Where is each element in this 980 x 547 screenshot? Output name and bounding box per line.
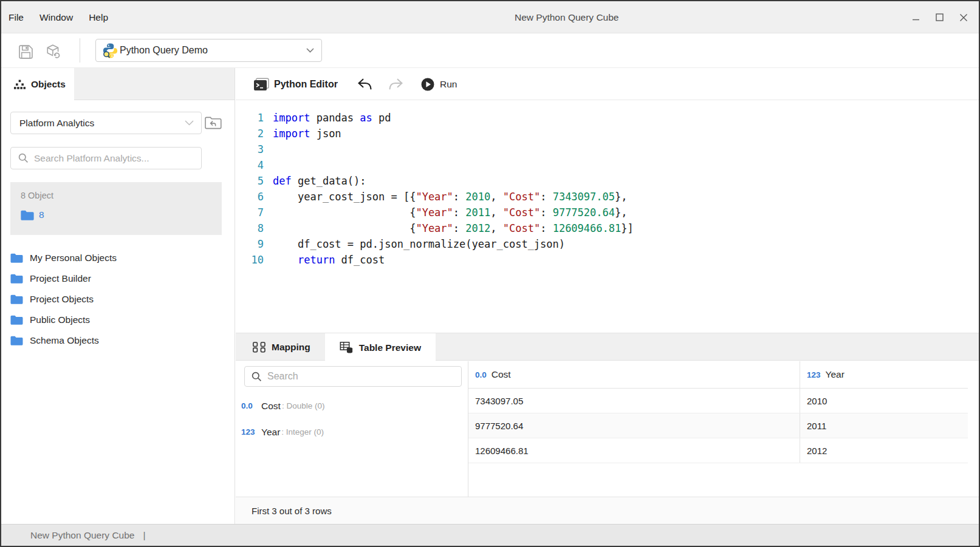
object-count-label: 8 Object (21, 191, 53, 200)
fields-panel: 0.0Cost: Double (0)123Year: Integer (0) (236, 361, 468, 497)
status-bar: New Python Query Cube | (1, 524, 979, 546)
column-type-badge: 123 (807, 370, 821, 379)
dataset-selector[interactable]: Python Query Demo (95, 39, 322, 62)
field-row[interactable]: 123Year: Integer (0) (236, 419, 468, 445)
row-count-status: First 3 out of 3 rows (252, 506, 332, 516)
maximize-button[interactable] (935, 13, 944, 22)
code-line: 10 return df_cost (236, 252, 979, 268)
sidebar-folder-item[interactable]: Public Objects (1, 310, 235, 330)
fields-search (244, 366, 462, 387)
code-line: 4 (236, 157, 979, 173)
field-type-badge: 0.0 (241, 401, 261, 410)
code-text: {"Year": 2012, "Cost": 12609466.81}] (273, 220, 634, 236)
run-button-label: Run (440, 79, 457, 90)
tab-mapping[interactable]: Mapping (238, 333, 325, 361)
folder-label: Schema Objects (30, 335, 99, 346)
close-button[interactable] (959, 13, 968, 22)
field-meta: : Integer (0) (281, 427, 324, 437)
folder-label: My Personal Objects (30, 253, 117, 263)
folder-label: Project Builder (30, 273, 91, 284)
code-line: 3 (236, 141, 979, 157)
table-row[interactable]: 12609466.812012 (468, 438, 968, 463)
table-preview-icon (340, 342, 353, 353)
sidebar-tab-strip: Objects (1, 68, 235, 100)
redo-button[interactable] (388, 77, 405, 91)
line-number: 1 (236, 110, 264, 126)
sidebar-folder-item[interactable]: My Personal Objects (1, 248, 235, 268)
mapping-icon (253, 342, 266, 353)
tab-objects-label: Objects (31, 79, 66, 90)
field-type-badge: 123 (241, 427, 261, 437)
table-cell: 2012 (800, 438, 968, 463)
sidebar-folder-item[interactable]: Schema Objects (1, 330, 235, 351)
chevron-down-icon (185, 120, 194, 126)
minimize-button[interactable] (911, 13, 920, 22)
menu-file[interactable]: File (9, 12, 24, 23)
object-folder-label: 8 (39, 209, 44, 220)
run-button[interactable]: Run (421, 68, 457, 100)
window-title: New Python Query Cube (515, 1, 618, 33)
chevron-down-icon (306, 48, 314, 53)
line-number: 7 (236, 205, 264, 220)
code-line: 6 year_cost_json = [{"Year": 2010, "Cost… (236, 189, 979, 205)
table-cell: 9777520.64 (468, 413, 800, 438)
sidebar-folder-item[interactable]: Project Objects (1, 289, 235, 310)
code-line: 9 df_cost = pd.json_normalize(year_cost_… (236, 236, 979, 252)
code-text: def get_data(): (273, 173, 366, 189)
folder-label: Project Objects (30, 294, 94, 305)
tab-table-preview[interactable]: Table Preview (325, 333, 436, 362)
sidebar-search-input[interactable] (34, 153, 195, 164)
save-button[interactable] (18, 44, 33, 59)
sidebar-folder-item[interactable]: Project Builder (1, 268, 235, 289)
sidebar: Objects Platform Analytics 8 O (1, 68, 235, 524)
table-column-header[interactable]: 0.0Cost (468, 361, 800, 388)
code-text: df_cost = pd.json_normalize(year_cost_js… (273, 236, 565, 252)
toolbar-divider (80, 38, 80, 63)
app-window: File Window Help New Python Query Cube (0, 0, 980, 547)
code-line: 8 {"Year": 2012, "Cost": 12609466.81}] (236, 220, 979, 236)
table-row[interactable]: 7343097.052010 (468, 389, 968, 413)
python-editor-icon (254, 78, 269, 91)
line-number: 8 (236, 220, 264, 236)
project-selector-value: Platform Analytics (19, 118, 185, 129)
line-number: 9 (236, 236, 264, 252)
fields-search-input[interactable] (267, 371, 455, 382)
sidebar-search (10, 147, 202, 169)
line-number: 5 (236, 173, 264, 189)
table-cell: 12609466.81 (468, 438, 800, 463)
editor-panel: Python Editor Run 1import panda (236, 68, 979, 524)
column-name: Year (826, 369, 845, 380)
tab-mapping-label: Mapping (272, 342, 310, 353)
save-icon (19, 45, 33, 59)
code-editor[interactable]: 1import pandas as pd2import json345def g… (236, 101, 979, 333)
table-row[interactable]: 9777520.642011 (468, 413, 968, 438)
project-selector[interactable]: Platform Analytics (10, 112, 202, 134)
toolbar: Python Query Demo (1, 33, 979, 68)
refresh-cube-button[interactable] (46, 44, 61, 59)
preview-table: 0.0Cost123Year7343097.0520109777520.6420… (468, 361, 979, 497)
table-footer: First 3 out of 3 rows (236, 497, 979, 524)
menu-help[interactable]: Help (89, 12, 108, 23)
search-icon (18, 153, 29, 163)
field-row[interactable]: 0.0Cost: Double (0) (236, 393, 468, 419)
code-text: {"Year": 2011, "Cost": 9777520.64}, (273, 205, 628, 220)
editor-header: Python Editor Run (236, 68, 979, 100)
menu-window[interactable]: Window (39, 12, 73, 23)
folder-icon (21, 210, 34, 220)
folder-icon (10, 294, 23, 304)
folder-up-button[interactable] (204, 114, 222, 131)
status-bar-title: New Python Query Cube (30, 530, 134, 541)
folder-icon (10, 274, 23, 284)
preview-table-inner: 0.0Cost123Year7343097.0520109777520.6420… (468, 361, 968, 463)
undo-button[interactable] (356, 77, 373, 91)
status-bar-separator: | (143, 530, 145, 541)
search-icon (252, 372, 262, 382)
editor-title: Python Editor (274, 68, 338, 100)
tab-objects[interactable]: Objects (1, 68, 74, 101)
menu-bar: File Window Help (9, 1, 108, 33)
object-group[interactable]: 8 Object 8 (10, 182, 222, 235)
bottom-tab-strip: Mapping Table Preview (236, 333, 979, 361)
table-cell: 2011 (800, 413, 968, 438)
folder-label: Public Objects (30, 314, 90, 325)
table-column-header[interactable]: 123Year (800, 361, 968, 388)
